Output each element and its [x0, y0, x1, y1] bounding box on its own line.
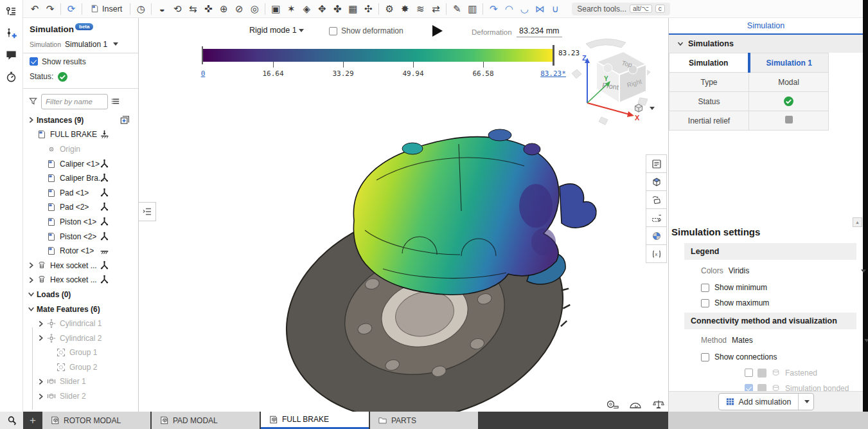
- chevron-right-icon[interactable]: [37, 320, 45, 328]
- animate-pinch-icon[interactable]: ⋈: [532, 2, 547, 16]
- history-clock-icon[interactable]: [4, 69, 19, 84]
- comment-icon[interactable]: [4, 47, 19, 62]
- feature-manager-icon[interactable]: [4, 3, 19, 19]
- tree-item-slider-1[interactable]: Slider 1: [23, 374, 138, 389]
- add-simulation-dropdown[interactable]: [798, 394, 813, 410]
- tree-item-group-1[interactable]: Group 1: [23, 345, 138, 360]
- filter-input[interactable]: [41, 94, 108, 109]
- insert-instance-icon[interactable]: [120, 114, 131, 126]
- connections-icon[interactable]: [99, 158, 111, 170]
- cylindrical-mate-icon[interactable]: ◎: [247, 2, 262, 16]
- chevron-right-icon[interactable]: [27, 116, 35, 124]
- bom-icon[interactable]: ▥: [465, 2, 480, 16]
- history-icon[interactable]: ◷: [133, 2, 148, 16]
- tree-item-group-2[interactable]: Group 2: [23, 360, 138, 375]
- chevron-down-icon[interactable]: [27, 305, 35, 313]
- insert-button[interactable]: Insert: [85, 3, 127, 15]
- tree-item-hex-socket[interactable]: Hex socket ...: [23, 273, 138, 288]
- chevron-right-icon[interactable]: [37, 392, 45, 401]
- caliper[interactable]: [353, 129, 596, 295]
- animate-sweep-icon[interactable]: ∪: [547, 2, 563, 16]
- add-simulation-button[interactable]: Add simulation: [718, 393, 814, 410]
- ball-mate-icon[interactable]: ⊕: [216, 2, 231, 16]
- chevron-down-icon[interactable]: [27, 290, 35, 298]
- chevron-right-icon[interactable]: [27, 276, 35, 284]
- insert-feature-icon[interactable]: ✤: [330, 2, 345, 16]
- tab-pad-modal[interactable]: PAD MODAL: [152, 412, 260, 429]
- simulation-icon[interactable]: ≋: [412, 2, 428, 16]
- tree-item-pad-2[interactable]: Pad <2>: [23, 200, 138, 215]
- fixed-icon[interactable]: [99, 245, 111, 257]
- new-tab-button[interactable]: +: [23, 412, 42, 429]
- revolute-mate-icon[interactable]: ⟲: [170, 2, 185, 16]
- tree-item-caliper-1[interactable]: Caliper <1>: [23, 156, 138, 171]
- table-col-simulation-1[interactable]: Simulation 1: [749, 53, 829, 73]
- fastened-mate-icon[interactable]: ◒: [154, 2, 170, 16]
- planar-mate-icon[interactable]: ✜: [200, 2, 216, 16]
- tick-label-83.23*[interactable]: 83.23*: [540, 69, 566, 78]
- show-minimum-checkbox[interactable]: [701, 284, 709, 292]
- insert-node-icon[interactable]: [4, 25, 19, 41]
- select-part-icon[interactable]: ◈: [299, 2, 314, 16]
- tree-item-origin[interactable]: Origin: [23, 142, 138, 157]
- chevron-right-icon[interactable]: [37, 334, 45, 342]
- mode-selector[interactable]: Rigid mode 1: [249, 26, 304, 35]
- search-tools-input[interactable]: Search tools... alt/⌥ c: [572, 3, 670, 15]
- simulations-section-header[interactable]: Simulations: [669, 35, 863, 53]
- tree-item-cylindrical-2[interactable]: Cylindrical 2: [23, 331, 138, 345]
- simulation-selector[interactable]: Simulation Simulation 1: [23, 35, 138, 53]
- tab-full-brake[interactable]: FULL BRAKE: [261, 412, 369, 429]
- animate-spread-icon[interactable]: ◡: [517, 2, 532, 16]
- tape-measure-icon[interactable]: [605, 399, 619, 410]
- linkage-icon[interactable]: ✥: [314, 2, 330, 16]
- undo-icon[interactable]: ↶: [27, 2, 42, 16]
- deformation-value-field[interactable]: 83.234 mm: [517, 26, 562, 37]
- variables-icon[interactable]: x: [646, 244, 667, 263]
- redo-icon[interactable]: ↷: [42, 2, 58, 16]
- colors-select[interactable]: Colors Viridis: [701, 266, 862, 275]
- swap-icon[interactable]: ⇄: [428, 2, 443, 16]
- tab-rotor-modal[interactable]: ROTOR MODAL: [42, 412, 150, 429]
- tab-parts[interactable]: PARTS: [370, 412, 478, 429]
- named-positions-icon[interactable]: ⚙: [382, 2, 397, 16]
- method-select[interactable]: Method Mates: [701, 336, 865, 345]
- show-maximum-checkbox[interactable]: [701, 299, 709, 307]
- view-options-button[interactable]: [632, 102, 655, 114]
- show-connections-checkbox[interactable]: [701, 353, 709, 361]
- configurations-icon[interactable]: ✸: [397, 2, 412, 16]
- tree-item-rotor-1[interactable]: Rotor <1>: [23, 244, 138, 259]
- feature-list-icon[interactable]: [646, 154, 667, 173]
- connection-checkbox[interactable]: [745, 369, 753, 377]
- chevron-right-icon[interactable]: [37, 378, 45, 386]
- animate-orbit-icon[interactable]: ◠: [501, 2, 517, 16]
- pin-slot-mate-icon[interactable]: ⊘: [231, 2, 247, 16]
- gravity-icon[interactable]: [99, 129, 111, 140]
- sync-icon[interactable]: ⟳: [64, 2, 79, 16]
- connections-icon[interactable]: [99, 216, 111, 228]
- show-deformation-checkbox[interactable]: [329, 27, 337, 35]
- graphics-area[interactable]: Rigid mode 1 Show deformation Deformatio…: [139, 18, 668, 412]
- group-icon[interactable]: ▣: [268, 2, 283, 16]
- named-views-icon[interactable]: ✶: [283, 2, 299, 16]
- hide-others-icon[interactable]: [646, 190, 667, 209]
- connections-icon[interactable]: [99, 187, 111, 199]
- filter-icon[interactable]: [28, 96, 38, 106]
- animate-rotate-icon[interactable]: ↷: [486, 2, 501, 16]
- search-tabs-button[interactable]: [0, 412, 23, 429]
- tick-label-0[interactable]: 0: [201, 69, 206, 78]
- chevron-right-icon[interactable]: [27, 261, 35, 269]
- tree-item-mate-features-6[interactable]: Mate Features (6): [23, 302, 138, 316]
- connections-icon[interactable]: [99, 201, 111, 213]
- tree-item-piston-2[interactable]: Piston <2>: [23, 229, 138, 244]
- explode-icon[interactable]: ✣: [360, 2, 376, 16]
- tab-simulation[interactable]: Simulation: [669, 18, 863, 35]
- tree-item-hex-socket[interactable]: Hex socket ...: [23, 258, 138, 273]
- tree-item-slider-2[interactable]: Slider 2: [23, 389, 138, 404]
- connections-icon[interactable]: [99, 274, 111, 286]
- tree-item-instances-9[interactable]: Instances (9): [23, 113, 138, 128]
- tree-item-piston-1[interactable]: Piston <1>: [23, 215, 138, 230]
- connections-icon[interactable]: [99, 231, 111, 242]
- protractor-icon[interactable]: [628, 399, 642, 410]
- section-view-icon[interactable]: [646, 172, 667, 191]
- tree-item-cylindrical-1[interactable]: Cylindrical 1: [23, 316, 138, 331]
